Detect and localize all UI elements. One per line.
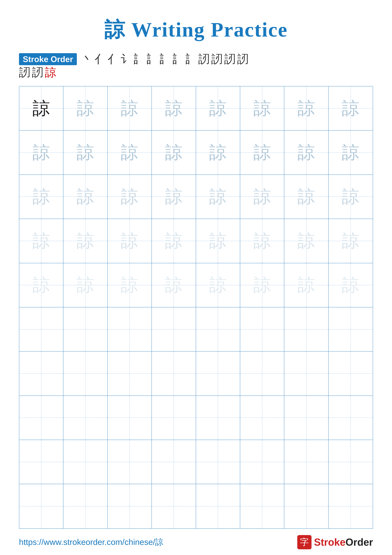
grid-cell[interactable] bbox=[196, 351, 240, 396]
grid-cell[interactable] bbox=[240, 307, 284, 351]
page: 諒 Writing Practice Stroke Order 丶 亻 亻 讠 … bbox=[0, 0, 392, 555]
grid-cell: 諒 bbox=[108, 219, 152, 263]
grid-cell: 諒 bbox=[19, 131, 64, 175]
practice-char: 諒 bbox=[253, 144, 271, 161]
grid-cell[interactable] bbox=[284, 484, 328, 528]
grid-cell[interactable] bbox=[284, 307, 328, 351]
practice-char: 諒 bbox=[253, 276, 271, 294]
grid-cell: 諒 bbox=[64, 131, 107, 175]
practice-char: 諒 bbox=[298, 100, 315, 117]
grid-cell: 諒 bbox=[240, 219, 284, 263]
grid-cell[interactable] bbox=[196, 396, 240, 440]
grid-cell[interactable] bbox=[19, 351, 64, 396]
grid-cell: 諒 bbox=[19, 86, 64, 131]
grid-cell: 諒 bbox=[240, 175, 284, 219]
practice-char: 諒 bbox=[298, 276, 315, 294]
practice-char: 諒 bbox=[298, 232, 315, 250]
grid-cell[interactable] bbox=[108, 351, 152, 396]
grid-cell[interactable] bbox=[196, 307, 240, 351]
grid-cell[interactable] bbox=[240, 351, 284, 396]
grid-cell[interactable] bbox=[64, 484, 107, 528]
grid-cell[interactable] bbox=[64, 440, 107, 484]
grid-cell: 諒 bbox=[328, 219, 373, 263]
grid-cell[interactable] bbox=[328, 396, 373, 440]
practice-char: 諒 bbox=[165, 188, 183, 205]
grid-cell: 諒 bbox=[152, 263, 196, 307]
grid-cell[interactable] bbox=[152, 440, 196, 484]
stroke-order-row1: Stroke Order 丶 亻 亻 讠 訁 訁 訁 訁 訁 訒 訒 訒 訒 bbox=[19, 53, 373, 65]
grid-cell[interactable] bbox=[152, 484, 196, 528]
practice-char: 諒 bbox=[33, 232, 50, 250]
grid-cell[interactable] bbox=[108, 484, 152, 528]
practice-char: 諒 bbox=[342, 276, 359, 294]
grid-cell: 諒 bbox=[108, 263, 152, 307]
grid-row-7 bbox=[19, 351, 373, 396]
practice-char: 諒 bbox=[342, 232, 359, 250]
grid-cell[interactable] bbox=[64, 396, 107, 440]
grid-cell[interactable] bbox=[328, 484, 373, 528]
practice-char: 諒 bbox=[342, 100, 359, 117]
grid-cell: 諒 bbox=[196, 175, 240, 219]
practice-char: 諒 bbox=[77, 100, 94, 117]
practice-char: 諒 bbox=[298, 144, 315, 161]
grid-cell: 諒 bbox=[19, 263, 64, 307]
practice-char: 諒 bbox=[77, 276, 94, 294]
grid-cell[interactable] bbox=[196, 484, 240, 528]
grid-cell: 諒 bbox=[284, 86, 328, 131]
grid-cell: 諒 bbox=[64, 175, 107, 219]
grid-cell[interactable] bbox=[284, 351, 328, 396]
practice-char: 諒 bbox=[77, 144, 94, 161]
footer-logo-text: StrokeOrder bbox=[314, 536, 373, 548]
practice-char: 諒 bbox=[165, 276, 183, 294]
footer-url[interactable]: https://www.strokeorder.com/chinese/諒 bbox=[19, 537, 163, 548]
practice-char: 諒 bbox=[253, 188, 271, 205]
grid-cell[interactable] bbox=[328, 307, 373, 351]
stroke-char-13: 訒 bbox=[237, 53, 249, 65]
grid-cell: 諒 bbox=[328, 175, 373, 219]
grid-cell[interactable] bbox=[19, 440, 64, 484]
practice-grid: 諒 諒 諒 諒 諒 諒 諒 諒 諒 諒 諒 諒 諒 諒 諒 諒 諒 諒 諒 諒 … bbox=[19, 86, 373, 529]
grid-cell: 諒 bbox=[196, 263, 240, 307]
grid-cell[interactable] bbox=[240, 396, 284, 440]
grid-cell: 諒 bbox=[196, 131, 240, 175]
grid-cell[interactable] bbox=[240, 484, 284, 528]
stroke-char-2: 亻 bbox=[95, 53, 106, 65]
grid-cell[interactable] bbox=[64, 307, 107, 351]
practice-char: 諒 bbox=[209, 276, 227, 294]
grid-cell: 諒 bbox=[328, 263, 373, 307]
grid-cell: 諒 bbox=[284, 219, 328, 263]
grid-cell: 諒 bbox=[196, 86, 240, 131]
grid-cell: 諒 bbox=[19, 175, 64, 219]
grid-cell[interactable] bbox=[108, 396, 152, 440]
grid-cell[interactable] bbox=[240, 440, 284, 484]
grid-cell[interactable] bbox=[284, 440, 328, 484]
grid-cell[interactable] bbox=[284, 396, 328, 440]
stroke-order-row2: 訒 訒 諒 bbox=[19, 67, 373, 78]
grid-cell[interactable] bbox=[328, 351, 373, 396]
practice-char: 諒 bbox=[121, 188, 138, 205]
grid-cell[interactable] bbox=[152, 396, 196, 440]
grid-cell[interactable] bbox=[19, 484, 64, 528]
grid-cell[interactable] bbox=[152, 351, 196, 396]
grid-cell[interactable] bbox=[64, 351, 107, 396]
grid-cell[interactable] bbox=[108, 307, 152, 351]
grid-cell[interactable] bbox=[328, 440, 373, 484]
stroke-char-14: 訒 bbox=[19, 67, 30, 78]
practice-char: 諒 bbox=[33, 100, 50, 117]
grid-cell[interactable] bbox=[152, 307, 196, 351]
practice-char: 諒 bbox=[209, 188, 227, 205]
stroke-chars-row1: 丶 亻 亻 讠 訁 訁 訁 訁 訁 訒 訒 訒 訒 bbox=[82, 53, 249, 65]
grid-cell[interactable] bbox=[19, 307, 64, 351]
grid-cell: 諒 bbox=[152, 86, 196, 131]
grid-cell[interactable] bbox=[196, 440, 240, 484]
stroke-char-4: 讠 bbox=[121, 53, 132, 65]
grid-row-8 bbox=[19, 396, 373, 440]
stroke-char-6: 訁 bbox=[146, 53, 158, 65]
grid-cell[interactable] bbox=[19, 396, 64, 440]
grid-cell[interactable] bbox=[108, 440, 152, 484]
grid-cell: 諒 bbox=[64, 263, 107, 307]
grid-cell: 諒 bbox=[196, 219, 240, 263]
practice-char: 諒 bbox=[209, 100, 227, 117]
stroke-char-10: 訒 bbox=[198, 53, 210, 65]
grid-cell: 諒 bbox=[64, 219, 107, 263]
